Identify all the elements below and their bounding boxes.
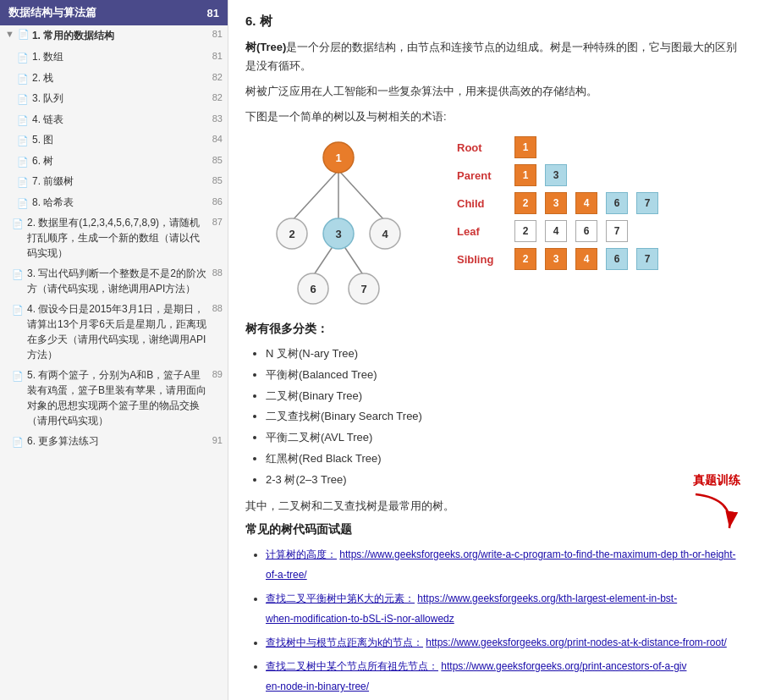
sidebar-problem-5-page: 89 — [212, 367, 223, 382]
link-label-2[interactable]: 查找二叉平衡树中第K大的元素： — [266, 593, 415, 604]
main-content: 6. 树 树(Tree)是一个分层的数据结构，由节点和连接节点的边组成。树是一种… — [228, 0, 759, 700]
sidebar-header-page: 81 — [207, 7, 219, 19]
doc-icon-trie: 📄 — [17, 175, 29, 190]
link-label-3[interactable]: 查找树中与根节点距离为k的节点： — [266, 637, 423, 648]
summary-row: 其中，二叉树和二叉查找树是最常用的树。 真题训练 — [245, 499, 742, 514]
links-list: 计算树的高度： https://www.geeksforgeeks.org/wr… — [245, 544, 742, 697]
link-url-1[interactable]: https://www.geeksforgeeks.org/write-a-c-… — [266, 548, 736, 581]
sidebar-problem-5-label: 5. 有两个篮子，分别为A和B，篮子A里装有鸡蛋，篮子B里装有苹果，请用面向对象… — [27, 367, 209, 428]
type-bst: 二叉查找树(Binary Search Tree) — [266, 406, 742, 427]
sidebar-item-trie-label: 7. 前缀树 — [32, 174, 209, 189]
sidebar-problem-6-label: 6. 更多算法练习 — [27, 433, 209, 449]
legend-child-node-6: 6 — [606, 192, 628, 214]
legend-parent-node-3: 3 — [545, 164, 567, 186]
legend-root-node-1: 1 — [514, 136, 536, 158]
link-item-1: 计算树的高度： https://www.geeksforgeeks.org/wr… — [266, 544, 742, 585]
svg-text:1: 1 — [335, 152, 341, 164]
intro-text-3: 下图是一个简单的树以及与树相关的术语: — [245, 107, 742, 126]
sidebar-problem-4-page: 88 — [212, 301, 223, 316]
legend-parent-label: Parent — [457, 169, 508, 182]
doc-icon-p2: 📄 — [12, 217, 24, 231]
zhenti-arrow-svg — [691, 490, 742, 532]
sidebar-item-graph[interactable]: 📄 5. 图 84 — [0, 130, 228, 151]
sidebar-item-queue[interactable]: 📄 3. 队列 82 — [0, 88, 228, 109]
sidebar-problem-4-label: 4. 假设今日是2015年3月1日，是期日，请算出13个月零6天后是星期几，距离… — [27, 301, 209, 362]
legend-sibling-node-4: 4 — [575, 248, 597, 270]
sidebar-problem-6[interactable]: 📄 6. 更多算法练习 91 — [0, 431, 228, 452]
link-item-3: 查找树中与根节点距离为k的节点： https://www.geeksforgee… — [266, 632, 742, 653]
doc-icon-stack: 📄 — [17, 72, 29, 86]
sidebar-item-queue-label: 3. 队列 — [32, 91, 209, 106]
types-section: 树有很多分类： N 叉树(N-ary Tree) 平衡树(Balanced Tr… — [245, 322, 742, 490]
legend-parent: Parent 1 3 — [457, 164, 660, 186]
type-balanced: 平衡树(Balanced Tree) — [266, 365, 742, 386]
sidebar-section-1-page: 81 — [212, 29, 223, 39]
svg-line-0 — [292, 170, 338, 221]
sidebar-item-linkedlist-page: 83 — [212, 112, 223, 126]
sidebar-item-array-page: 81 — [212, 49, 223, 63]
sidebar-item-stack-label: 2. 栈 — [32, 70, 209, 85]
zhenti-label: 真题训练 — [693, 473, 740, 487]
sidebar-problem-4[interactable]: 📄 4. 假设今日是2015年3月1日，是期日，请算出13个月零6天后是星期几，… — [0, 299, 228, 365]
sidebar-problem-2-page: 87 — [212, 215, 223, 229]
type-binary: 二叉树(Binary Tree) — [266, 386, 742, 407]
sidebar-problem-5[interactable]: 📄 5. 有两个篮子，分别为A和B，篮子A里装有鸡蛋，篮子B里装有苹果，请用面向… — [0, 365, 228, 431]
svg-line-2 — [338, 170, 385, 221]
types-list: N 叉树(N-ary Tree) 平衡树(Balanced Tree) 二叉树(… — [245, 344, 742, 490]
tree-legend: Root 1 Parent 1 3 Child 2 3 4 6 7 Leaf 2 — [457, 136, 660, 276]
link-url-3[interactable]: https://www.geeksforgeeks.org/print-node… — [426, 637, 726, 648]
legend-parent-node-1: 1 — [514, 164, 536, 186]
link-item-2: 查找二叉平衡树中第K大的元素： https://www.geeksforgeek… — [266, 588, 742, 629]
sidebar-title: 数据结构与算法篇 — [8, 5, 96, 20]
doc-icon-graph: 📄 — [17, 134, 29, 148]
legend-root: Root 1 — [457, 136, 660, 158]
doc-icon-p6: 📄 — [12, 435, 24, 449]
legend-root-label: Root — [457, 141, 508, 154]
type-nary: N 叉树(N-ary Tree) — [266, 344, 742, 365]
tree-svg: 1 2 3 4 6 7 — [245, 136, 432, 306]
sidebar-item-trie[interactable]: 📄 7. 前缀树 85 — [0, 171, 228, 192]
sidebar-item-stack-page: 82 — [212, 70, 223, 85]
sidebar-item-tree[interactable]: 📄 6. 树 85 — [0, 151, 228, 172]
legend-sibling: Sibling 2 3 4 6 7 — [457, 248, 660, 270]
sidebar: 数据结构与算法篇 81 ▼ 📄 1. 常用的数据结构 81 📄 1. 数组 81… — [0, 0, 228, 700]
doc-icon-p5: 📄 — [12, 369, 24, 383]
doc-icon-array: 📄 — [17, 51, 29, 65]
sidebar-item-trie-page: 85 — [212, 174, 223, 188]
type-rbt: 红黑树(Red Black Tree) — [266, 449, 742, 470]
svg-text:7: 7 — [360, 283, 366, 295]
sidebar-item-graph-page: 84 — [212, 132, 223, 146]
link-item-4: 查找二叉树中某个节点所有祖先节点： https://www.geeksforge… — [266, 656, 742, 697]
sidebar-section-1[interactable]: ▼ 📄 1. 常用的数据结构 81 — [0, 25, 228, 47]
zhenti-area: 真题训练 — [691, 473, 742, 532]
sidebar-item-stack[interactable]: 📄 2. 栈 82 — [0, 68, 228, 89]
sidebar-item-tree-label: 6. 树 — [32, 153, 209, 168]
doc-icon-hashmap: 📄 — [17, 196, 29, 211]
sidebar-item-hashmap[interactable]: 📄 8. 哈希表 86 — [0, 192, 228, 213]
svg-text:3: 3 — [335, 228, 341, 240]
doc-icon-queue: 📄 — [17, 92, 29, 107]
link-label-1[interactable]: 计算树的高度： — [266, 548, 337, 560]
sidebar-item-array[interactable]: 📄 1. 数组 81 — [0, 47, 228, 68]
svg-text:2: 2 — [289, 228, 294, 240]
link-label-4[interactable]: 查找二叉树中某个节点所有祖先节点： — [266, 660, 438, 672]
sidebar-item-tree-page: 85 — [212, 153, 223, 168]
legend-child-label: Child — [457, 197, 508, 210]
doc-icon-tree: 📄 — [17, 155, 29, 169]
sidebar-item-linkedlist[interactable]: 📄 4. 链表 83 — [0, 109, 228, 130]
common-title: 常见的树代码面试题 — [245, 522, 742, 537]
legend-sibling-node-2: 2 — [514, 248, 536, 270]
sidebar-problem-3[interactable]: 📄 3. 写出代码判断一个整数是不是2的阶次方（请代码实现，谢绝调用API方法）… — [0, 263, 228, 299]
legend-leaf-node-2: 2 — [514, 220, 536, 242]
sidebar-item-queue-page: 82 — [212, 91, 223, 105]
doc-icon-linkedlist: 📄 — [17, 113, 29, 128]
legend-child-node-4: 4 — [575, 192, 597, 214]
sidebar-problem-2[interactable]: 📄 2. 数据里有(1,2,3,4,5,6,7,8,9)，请随机打乱顺序，生成一… — [0, 212, 228, 263]
legend-sibling-node-7: 7 — [636, 248, 658, 270]
sidebar-item-array-label: 1. 数组 — [32, 49, 209, 64]
legend-child-node-3: 3 — [545, 192, 567, 214]
sidebar-problem-3-page: 88 — [212, 266, 223, 280]
sidebar-item-hashmap-page: 86 — [212, 195, 223, 209]
legend-sibling-node-3: 3 — [545, 248, 567, 270]
legend-child-node-2: 2 — [514, 192, 536, 214]
